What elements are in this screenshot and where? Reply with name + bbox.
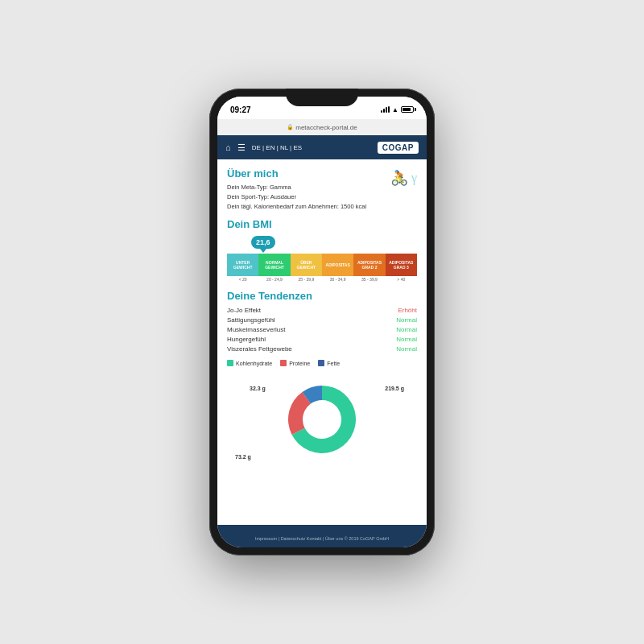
kalori-label: Dein tägl. Kalorienbedarf zum Abnehmen: <box>227 203 339 210</box>
tendency-value: Erhöht <box>398 307 417 314</box>
donut-chart: 219.5 g 73.2 g 32.3 g <box>227 371 417 468</box>
bmi-range: 35 - 39,9 <box>353 277 385 282</box>
bmi-segment: UNTERGEWICHT <box>227 254 258 276</box>
meta-info: Dein Meta-Typ: Gamma Dein Sport-Typ: Aus… <box>227 183 366 212</box>
label-kohlenhydrate: 219.5 g <box>385 386 404 391</box>
legend-label: Kohlenhydrate <box>236 361 272 366</box>
chart-section: KohlenhydrateProteineFette 219.5 g 73.2 … <box>227 360 417 468</box>
tendency-row: MuskelmasseverlustNormal <box>227 324 417 334</box>
ueber-mich-icons: 🚴 γ <box>390 169 417 187</box>
tendenzen-list: Jo-Jo EffektErhöhtSattigungsgefühlNormal… <box>227 305 417 353</box>
menu-icon[interactable]: ☰ <box>237 142 246 153</box>
legend-item: Kohlenhydrate <box>227 360 272 366</box>
lang-selector[interactable]: DE | EN | NL | ES <box>252 144 371 151</box>
tendency-value: Normal <box>396 336 417 343</box>
tendency-value: Normal <box>396 345 417 353</box>
bmi-scale: UNTERGEWICHTNORMALGEWICHTÜBERGEWICHTADIP… <box>227 254 417 276</box>
legend-label: Fette <box>327 361 340 366</box>
legend-item: Fette <box>318 360 340 366</box>
meta-typ-value: Gamma <box>270 184 291 191</box>
cyclist-icon: 🚴 <box>390 169 408 187</box>
meta-typ-label: Dein Meta-Typ: <box>227 184 268 191</box>
legend-dot <box>318 360 324 366</box>
legend-label: Proteine <box>289 361 310 366</box>
nav-bar: ⌂ ☰ DE | EN | NL | ES COGAP <box>217 135 427 159</box>
lock-icon: 🔒 <box>287 124 294 130</box>
main-content: Über mich Dein Meta-Typ: Gamma Dein Spor… <box>217 159 427 525</box>
url-bar[interactable]: 🔒 metaccheck-portal.de <box>217 119 427 135</box>
phone-device: 09:27 ▲ 🔒 metaccheck-portal.de ⌂ <box>209 89 435 555</box>
gamma-icon: γ <box>411 171 417 185</box>
footer: Impressum | Datenschutz Kontakt | Über u… <box>217 525 427 547</box>
donut-svg <box>274 371 370 468</box>
footer-text: Impressum | Datenschutz Kontakt | Über u… <box>255 536 389 541</box>
ueber-mich-header: Über mich Dein Meta-Typ: Gamma Dein Spor… <box>227 167 417 212</box>
sport-typ-label: Dein Sport-Typ: <box>227 193 269 200</box>
ueber-mich-title: Über mich <box>227 167 366 180</box>
bmi-segment: NORMALGEWICHT <box>258 254 290 276</box>
bmi-title: Dein BMI <box>227 218 417 230</box>
phone-screen: 09:27 ▲ 🔒 metaccheck-portal.de ⌂ <box>217 97 427 547</box>
bmi-segment: ADIPOSITASGRAD 2 <box>353 254 385 276</box>
home-icon[interactable]: ⌂ <box>225 142 231 152</box>
tendenzen-title: Deine Tendenzen <box>227 290 417 302</box>
bmi-range: < 20 <box>227 277 258 282</box>
url-text: metaccheck-portal.de <box>295 124 357 131</box>
tendency-label: Sattigungsgefühl <box>227 316 275 324</box>
bmi-range: 20 - 24,9 <box>258 277 290 282</box>
bmi-section: Dein BMI 21,6 UNTERGEWICHTNORMALGEWICHTÜ… <box>227 218 417 282</box>
tendency-row: Viszerales FettgewebeNormal <box>227 344 417 353</box>
bmi-range: > 40 <box>386 277 417 282</box>
phone-notch <box>286 89 358 106</box>
wifi-icon: ▲ <box>392 106 398 114</box>
label-fette: 32.3 g <box>250 386 266 391</box>
kalori-value: 1500 kcal <box>341 203 366 210</box>
sport-typ-value: Ausdauer <box>270 193 296 200</box>
label-proteine: 73.2 g <box>235 454 251 460</box>
bmi-range: 25 - 29,9 <box>291 277 322 282</box>
legend-item: Proteine <box>280 360 310 366</box>
signal-icon <box>381 106 390 113</box>
bmi-segment: ADIPOSITASGRAD 3 <box>386 254 417 276</box>
bmi-value: 21,6 <box>251 236 275 249</box>
tendency-label: Viszerales Fettgewebe <box>227 345 292 353</box>
tendenzen-section: Deine Tendenzen Jo-Jo EffektErhöhtSattig… <box>227 290 417 353</box>
cogap-logo: COGAP <box>378 142 419 154</box>
bmi-range: 30 - 34,9 <box>322 277 353 282</box>
status-icons: ▲ <box>381 106 414 114</box>
status-time: 09:27 <box>230 105 251 114</box>
battery-icon <box>401 106 414 113</box>
tendency-label: Muskelmasseverlust <box>227 326 285 333</box>
tendency-value: Normal <box>396 316 417 324</box>
tendency-row: Jo-Jo EffektErhöht <box>227 305 417 315</box>
tendency-row: HungergefühlNormal <box>227 334 417 344</box>
tendency-label: Hungergefühl <box>227 336 266 343</box>
chart-legend: KohlenhydrateProteineFette <box>227 360 417 366</box>
tendency-row: SattigungsgefühlNormal <box>227 315 417 324</box>
bmi-segment: ÜBERGEWICHT <box>291 254 322 276</box>
bmi-numbers: < 2020 - 24,925 - 29,930 - 34,935 - 39,9… <box>227 277 417 282</box>
legend-dot <box>280 360 287 366</box>
bmi-segment: ADIPOSITAS <box>322 254 353 276</box>
tendency-value: Normal <box>396 326 417 333</box>
legend-dot <box>227 360 233 366</box>
tendency-label: Jo-Jo Effekt <box>227 307 261 314</box>
